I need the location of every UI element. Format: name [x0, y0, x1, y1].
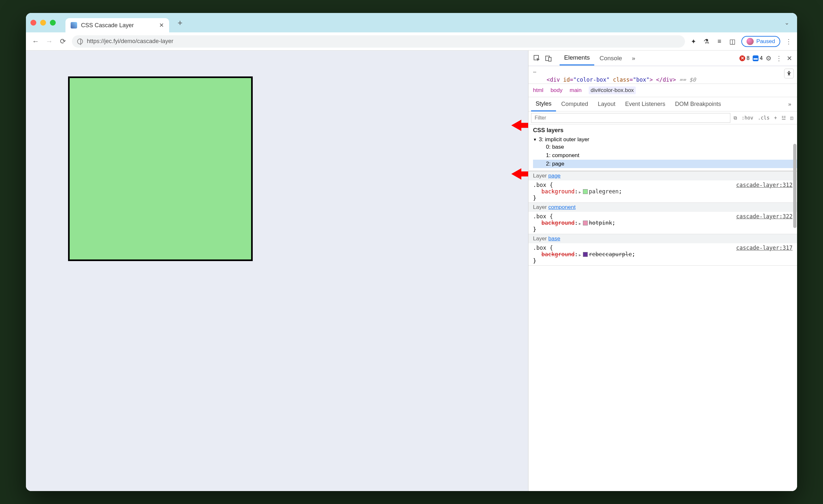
- browser-toolbar: ← → ⟳ https://jec.fyi/demo/cascade-layer…: [26, 32, 797, 50]
- styles-filter-input[interactable]: [531, 113, 730, 123]
- computed-toggle-icon[interactable]: ☳: [780, 115, 787, 121]
- extensions-icon[interactable]: ✦: [689, 37, 697, 45]
- color-swatch-icon[interactable]: [583, 252, 588, 257]
- tab-overflow-button[interactable]: ⌄: [785, 19, 793, 26]
- css-property[interactable]: background:▶palegreen;: [533, 188, 793, 195]
- property-name: background: [541, 188, 574, 195]
- layer-item[interactable]: 0: base: [546, 143, 793, 151]
- color-swatch-icon[interactable]: [583, 220, 588, 225]
- source-link[interactable]: cascade-layer:317: [736, 244, 793, 251]
- browser-menu-button[interactable]: ⋮: [785, 37, 792, 45]
- subtab-styles[interactable]: Styles: [531, 97, 556, 112]
- expand-icon[interactable]: ▶: [578, 253, 582, 257]
- devtools-menu-button[interactable]: ⋮: [774, 54, 784, 62]
- dom-tree[interactable]: ⋯ <div id="color-box" class="box"> </div…: [528, 66, 797, 84]
- rule-selector[interactable]: .box: [533, 182, 546, 188]
- property-value: palegreen: [589, 188, 619, 195]
- sidebar-toggle-icon[interactable]: ◫: [789, 115, 795, 121]
- breadcrumb-item[interactable]: body: [550, 87, 562, 94]
- color-swatch-icon[interactable]: [583, 189, 588, 194]
- devtools-topbar: Elements Console » ✕ 8 ▬ 4 ⚙ ⋮: [528, 50, 797, 66]
- maximize-window-button[interactable]: [50, 20, 56, 26]
- tab-console[interactable]: Console: [595, 51, 627, 65]
- tab-more[interactable]: »: [627, 51, 640, 65]
- disclosure-triangle-icon[interactable]: ▼: [533, 137, 537, 142]
- flask-icon[interactable]: ⚗: [702, 37, 710, 45]
- dom-attr-name: class: [613, 76, 630, 83]
- browser-window: CSS Cascade Layer ✕ + ⌄ ← → ⟳ https://je…: [26, 13, 797, 491]
- errors-badge[interactable]: ✕ 8: [739, 55, 750, 61]
- source-link[interactable]: cascade-layer:312: [736, 182, 793, 188]
- subtab-more[interactable]: »: [785, 101, 795, 108]
- property-value: hotpink: [589, 220, 612, 226]
- message-icon: ▬: [753, 55, 759, 61]
- breadcrumb-item[interactable]: main: [569, 87, 582, 94]
- subtab-layout[interactable]: Layout: [593, 98, 620, 111]
- panel-icon[interactable]: ◫: [728, 37, 736, 45]
- dom-attr-name: id: [563, 76, 569, 83]
- messages-badge[interactable]: ▬ 4: [753, 55, 763, 61]
- hov-button[interactable]: :hov: [740, 115, 755, 121]
- cls-button[interactable]: .cls: [757, 115, 771, 121]
- subtab-dom-breakpoints[interactable]: DOM Breakpoints: [670, 98, 725, 111]
- css-layers-heading: CSS layers: [533, 127, 793, 136]
- svg-marker-1: [511, 168, 528, 180]
- rule-selector[interactable]: .box: [533, 244, 546, 251]
- color-box: [68, 76, 253, 261]
- content-area: Elements Console » ✕ 8 ▬ 4 ⚙ ⋮: [26, 50, 797, 491]
- tab-elements[interactable]: Elements: [559, 51, 594, 65]
- layer-link[interactable]: component: [548, 204, 575, 210]
- breadcrumb-item[interactable]: html: [533, 87, 543, 94]
- property-value: rebeccapurple: [589, 251, 632, 258]
- profile-paused-pill[interactable]: Paused: [742, 36, 780, 47]
- css-property[interactable]: background:▶hotpink;: [533, 220, 793, 226]
- expand-icon[interactable]: ▶: [578, 221, 582, 226]
- titlebar: CSS Cascade Layer ✕ + ⌄: [26, 13, 797, 32]
- dom-breadcrumb: html body main div#color-box.box: [528, 84, 797, 97]
- address-bar[interactable]: https://jec.fyi/demo/cascade-layer: [72, 35, 685, 48]
- minimize-window-button[interactable]: [40, 20, 46, 26]
- new-rule-button[interactable]: +: [773, 115, 778, 121]
- rule-selector[interactable]: .box: [533, 213, 546, 220]
- list-icon[interactable]: ≡: [715, 37, 723, 45]
- dom-attr-value: "color-box": [573, 76, 610, 83]
- subtab-computed[interactable]: Computed: [557, 98, 593, 111]
- rule-layer-header: Layer base: [528, 234, 797, 243]
- css-property[interactable]: background:▶rebeccapurple;: [533, 251, 793, 258]
- dom-selected-node[interactable]: <div id="color-box" class="box"> </div> …: [528, 76, 797, 83]
- device-toggle-icon[interactable]: [543, 53, 554, 63]
- browser-tab[interactable]: CSS Cascade Layer ✕: [65, 18, 169, 32]
- expand-icon[interactable]: ▶: [578, 190, 582, 194]
- page-viewport: [26, 50, 528, 491]
- layers-tree-root[interactable]: ▼ 3: implicit outer layer: [533, 136, 793, 143]
- layer-item[interactable]: 1: component: [546, 151, 793, 160]
- layer-item-selected[interactable]: 2: page: [533, 160, 797, 168]
- accessibility-icon[interactable]: [784, 69, 794, 78]
- dom-attr-value: "box": [633, 76, 649, 83]
- annotation-arrow-icon: [511, 167, 528, 181]
- close-window-button[interactable]: [30, 20, 36, 26]
- source-link[interactable]: cascade-layer:322: [736, 213, 793, 220]
- layers-root-label: 3: implicit outer layer: [539, 136, 590, 143]
- errors-count: 8: [747, 55, 750, 61]
- styles-pane[interactable]: CSS layers ▼ 3: implicit outer layer 0: …: [528, 124, 797, 491]
- new-tab-button[interactable]: +: [172, 18, 188, 28]
- devtools-settings-button[interactable]: ⚙: [764, 54, 773, 62]
- property-name: background: [541, 220, 574, 226]
- forward-button[interactable]: →: [45, 37, 54, 46]
- extension-icons: ✦ ⚗ ≡ ◫ Paused ⋮: [689, 36, 792, 47]
- breadcrumb-item-selected[interactable]: div#color-box.box: [589, 87, 636, 94]
- subtab-event-listeners[interactable]: Event Listeners: [621, 98, 670, 111]
- inspect-icon[interactable]: [532, 53, 542, 63]
- site-info-icon[interactable]: [77, 38, 83, 44]
- layers-toggle-icon[interactable]: ⧉: [732, 115, 738, 121]
- tab-title: CSS Cascade Layer: [81, 22, 155, 29]
- layer-link[interactable]: base: [548, 235, 560, 241]
- reload-button[interactable]: ⟳: [58, 37, 67, 46]
- dom-ellipsis[interactable]: ⋯: [528, 68, 797, 76]
- rule-layer-header: Layer component: [528, 203, 797, 212]
- devtools-close-button[interactable]: ✕: [785, 54, 794, 62]
- layer-link[interactable]: page: [548, 173, 560, 179]
- close-tab-button[interactable]: ✕: [159, 22, 164, 29]
- back-button[interactable]: ←: [31, 37, 40, 46]
